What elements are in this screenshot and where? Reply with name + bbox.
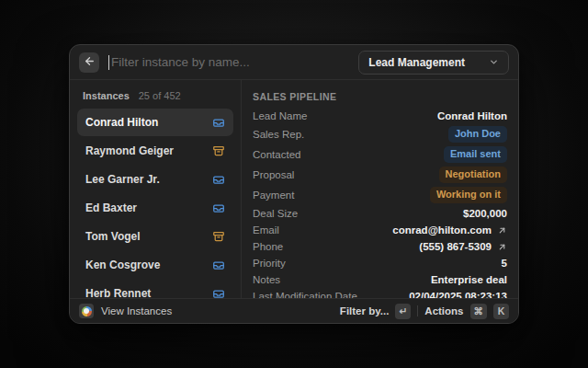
instances-count: 25 of 452 — [139, 90, 181, 101]
detail-label: Proposal — [253, 169, 294, 180]
detail-label: Phone — [253, 241, 283, 252]
enter-key-icon: ↵ — [395, 304, 411, 319]
detail-value-text: conrad@hilton.com — [392, 224, 492, 236]
desktop-backdrop: Filter instance by name... Lead Manageme… — [0, 0, 588, 368]
detail-value: 5 — [502, 258, 507, 269]
detail-row: PaymentWorking on it — [253, 185, 507, 205]
instance-list-item[interactable]: Conrad Hilton — [77, 109, 233, 136]
detail-row: ContactedEmail sent — [253, 144, 507, 165]
detail-value-text: $200,000 — [463, 208, 507, 219]
detail-panel: SALES PIPELINE Lead NameConrad HiltonSal… — [242, 80, 518, 298]
inbox-icon — [212, 116, 225, 129]
detail-label: Payment — [253, 190, 294, 201]
detail-value: Enterprise deal — [431, 274, 507, 285]
status-badge: Negotiation — [439, 167, 508, 183]
detail-value: Working on it — [430, 187, 507, 203]
detail-row: Priority5 — [253, 255, 507, 271]
window-body: Instances 25 of 452 Conrad HiltonRaymond… — [70, 80, 518, 298]
detail-row: Emailconrad@hilton.com — [253, 222, 507, 238]
open-external-icon — [497, 242, 507, 252]
instance-name: Conrad Hilton — [85, 116, 158, 129]
back-button[interactable] — [79, 52, 99, 73]
app-logo-icon — [79, 304, 94, 318]
footer-actions: Filter by... ↵ Actions ⌘ K — [340, 304, 509, 319]
status-badge: John Doe — [448, 126, 507, 143]
instance-list-item[interactable]: Raymond Geiger — [77, 137, 233, 165]
instance-name: Raymond Geiger — [85, 144, 174, 157]
detail-row: ProposalNegotiation — [253, 165, 507, 185]
detail-label: Sales Rep. — [253, 129, 304, 140]
section-title: SALES PIPELINE — [253, 87, 507, 108]
instance-list-item[interactable]: Ken Cosgrove — [77, 251, 233, 279]
archive-icon — [212, 230, 225, 243]
archive-icon — [212, 144, 225, 157]
arrow-left-icon — [84, 54, 96, 71]
instances-list: Conrad HiltonRaymond GeigerLee Garner Jr… — [77, 109, 233, 308]
detail-value-text: Enterprise deal — [431, 274, 507, 285]
footer-divider — [417, 305, 418, 316]
detail-label: Email — [253, 224, 279, 236]
footer-bar: View Instances Filter by... ↵ Actions ⌘ … — [70, 298, 518, 323]
inbox-icon — [212, 201, 225, 214]
dropdown-selected-value: Lead Management — [368, 56, 465, 69]
detail-value-text: Conrad Hilton — [437, 110, 507, 121]
detail-row: Phone(555) 867-5309 — [253, 238, 507, 255]
command-dropdown[interactable]: Lead Management — [358, 51, 509, 75]
detail-label: Priority — [253, 258, 286, 269]
detail-rows: Lead NameConrad HiltonSales Rep.John Doe… — [253, 108, 507, 305]
detail-label: Notes — [253, 274, 280, 285]
chevron-down-icon — [489, 54, 499, 71]
detail-row: Sales Rep.John Doe — [253, 124, 507, 144]
detail-label: Deal Size — [253, 208, 298, 219]
header-bar: Filter instance by name... Lead Manageme… — [70, 45, 518, 80]
detail-value: John Doe — [448, 126, 507, 143]
detail-value: $200,000 — [463, 208, 507, 219]
instance-name: Ken Cosgrove — [85, 259, 160, 271]
detail-row: Deal Size$200,000 — [253, 205, 507, 222]
open-external-icon — [497, 225, 507, 236]
inbox-icon — [212, 259, 225, 271]
detail-value: Email sent — [444, 146, 507, 163]
status-badge: Working on it — [430, 187, 507, 203]
instance-name: Ed Baxter — [85, 201, 137, 214]
detail-value[interactable]: (555) 867-5309 — [419, 241, 507, 252]
cmd-key-icon: ⌘ — [470, 304, 488, 319]
instances-list-header: Instances 25 of 452 — [77, 86, 233, 109]
status-badge: Email sent — [444, 146, 507, 163]
detail-row: NotesEnterprise deal — [253, 271, 507, 288]
instance-list-item[interactable]: Tom Vogel — [77, 223, 233, 250]
detail-value-text: 5 — [502, 258, 507, 269]
text-cursor — [108, 55, 109, 70]
instance-list-item[interactable]: Lee Garner Jr. — [77, 166, 233, 193]
detail-row: Lead NameConrad Hilton — [253, 108, 507, 124]
instance-name: Lee Garner Jr. — [85, 173, 160, 186]
actions-button[interactable]: Actions — [424, 305, 463, 316]
detail-value[interactable]: conrad@hilton.com — [392, 224, 507, 236]
instances-title: Instances — [83, 90, 130, 101]
app-window: Filter instance by name... Lead Manageme… — [69, 44, 519, 324]
search-input[interactable]: Filter instance by name... — [108, 55, 349, 70]
instances-list-panel: Instances 25 of 452 Conrad HiltonRaymond… — [70, 80, 242, 298]
filter-by-button[interactable]: Filter by... — [340, 305, 389, 316]
detail-label: Contacted — [253, 149, 300, 160]
instance-name: Tom Vogel — [85, 230, 141, 243]
search-placeholder: Filter instance by name... — [111, 55, 250, 69]
inbox-icon — [212, 173, 225, 186]
footer-command-label: View Instances — [101, 305, 172, 316]
detail-label: Lead Name — [253, 110, 307, 121]
instance-list-item[interactable]: Ed Baxter — [77, 194, 233, 222]
detail-value: Negotiation — [439, 167, 508, 183]
detail-value-text: (555) 867-5309 — [419, 241, 492, 252]
k-key-icon: K — [493, 304, 509, 319]
detail-value: Conrad Hilton — [437, 110, 507, 121]
